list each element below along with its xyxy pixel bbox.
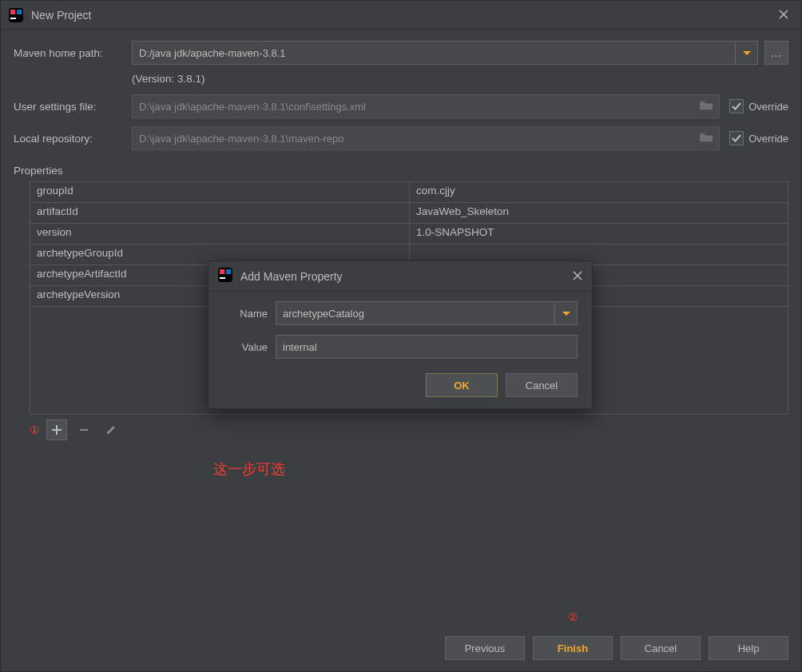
ok-button[interactable]: OK	[426, 373, 498, 397]
user-settings-row: User settings file: D:\java jdk\apache-m…	[14, 94, 788, 118]
table-row[interactable]: artifactId JavaWeb_Skeleton	[30, 203, 788, 224]
annotation-one: ①	[30, 423, 40, 436]
dialog-value-input[interactable]: internal	[276, 335, 578, 359]
override-label: Override	[748, 101, 788, 113]
local-repo-value: D:\java jdk\apache-maven-3.8.1\maven-rep…	[139, 133, 344, 145]
dialog-name-label: Name	[223, 308, 268, 320]
local-repo-input[interactable]: D:\java jdk\apache-maven-3.8.1\maven-rep…	[132, 126, 720, 150]
prop-value: JavaWeb_Skeleton	[410, 203, 788, 223]
svg-rect-3	[10, 18, 16, 19]
browse-button[interactable]: ...	[764, 41, 788, 65]
window-title: New Project	[31, 9, 774, 22]
help-button[interactable]: Help	[709, 636, 788, 660]
prop-key: artifactId	[30, 203, 410, 223]
intellij-icon	[9, 8, 23, 22]
maven-version-text: (Version: 3.8.1)	[132, 73, 788, 85]
svg-rect-7	[220, 277, 225, 279]
dialog-titlebar: Add Maven Property	[208, 261, 592, 292]
cancel-button[interactable]: Cancel	[621, 636, 701, 660]
properties-label: Properties	[14, 165, 788, 177]
folder-icon[interactable]	[700, 101, 713, 113]
dialog-name-value: archetypeCatalog	[283, 308, 364, 320]
local-repo-label: Local repository:	[14, 133, 132, 145]
properties-toolbar: ①	[30, 415, 788, 445]
prop-key: groupId	[30, 182, 410, 202]
dialog-footer: OK Cancel	[208, 368, 592, 408]
footer-buttons: ② Previous Finish Cancel Help	[1, 628, 801, 671]
user-settings-label: User settings file:	[14, 101, 132, 113]
maven-home-value: D:/java jdk/apache-maven-3.8.1	[139, 47, 286, 59]
add-property-button[interactable]	[46, 420, 67, 440]
user-settings-input[interactable]: D:\java jdk\apache-maven-3.8.1\conf\sett…	[132, 94, 720, 118]
override-user-settings-wrap: Override	[729, 99, 788, 113]
table-row[interactable]: groupId com.cjjy	[30, 182, 788, 203]
dialog-value-value: internal	[283, 341, 317, 353]
svg-rect-6	[226, 269, 231, 274]
svg-rect-5	[220, 269, 224, 274]
dialog-cancel-button[interactable]: Cancel	[506, 373, 578, 397]
dialog-name-row: Name archetypeCatalog	[223, 301, 578, 325]
add-maven-property-dialog: Add Maven Property Name archetypeCatalog…	[208, 260, 593, 409]
override-user-settings-checkbox[interactable]	[729, 99, 744, 113]
prop-key: version	[30, 224, 410, 244]
override-local-repo-checkbox[interactable]	[729, 131, 744, 145]
close-icon[interactable]	[774, 5, 793, 26]
annotation-note: 这一步可选	[213, 459, 788, 479]
maven-home-label: Maven home path:	[14, 47, 132, 59]
dialog-value-row: Value internal	[223, 335, 578, 359]
annotation-two: ②	[568, 610, 578, 623]
prop-value: com.cjjy	[410, 182, 788, 202]
override-local-repo-wrap: Override	[729, 131, 788, 145]
edit-property-button[interactable]	[101, 420, 121, 440]
remove-property-button[interactable]	[73, 420, 94, 440]
intellij-icon	[218, 268, 232, 284]
maven-home-row: Maven home path: D:/java jdk/apache-mave…	[14, 41, 788, 65]
finish-button[interactable]: Finish	[533, 636, 613, 660]
window-titlebar: New Project	[1, 1, 801, 30]
svg-rect-2	[17, 10, 22, 14]
user-settings-value: D:\java jdk\apache-maven-3.8.1\conf\sett…	[139, 101, 366, 113]
dialog-title: Add Maven Property	[240, 270, 573, 283]
previous-button[interactable]: Previous	[445, 636, 525, 660]
local-repo-row: Local repository: D:\java jdk\apache-mav…	[14, 126, 788, 150]
svg-rect-1	[10, 10, 15, 14]
maven-home-combo[interactable]: D:/java jdk/apache-maven-3.8.1	[132, 41, 758, 65]
prop-value: 1.0-SNAPSHOT	[410, 224, 788, 244]
dialog-body: Name archetypeCatalog Value internal	[208, 292, 592, 368]
folder-icon[interactable]	[700, 133, 713, 145]
chevron-down-icon[interactable]	[735, 42, 757, 64]
dialog-name-combo[interactable]: archetypeCatalog	[276, 301, 578, 325]
chevron-down-icon[interactable]	[554, 302, 577, 324]
close-icon[interactable]	[573, 269, 582, 284]
dialog-value-label: Value	[223, 341, 268, 353]
table-row[interactable]: version 1.0-SNAPSHOT	[30, 224, 788, 245]
override-label: Override	[748, 133, 788, 145]
